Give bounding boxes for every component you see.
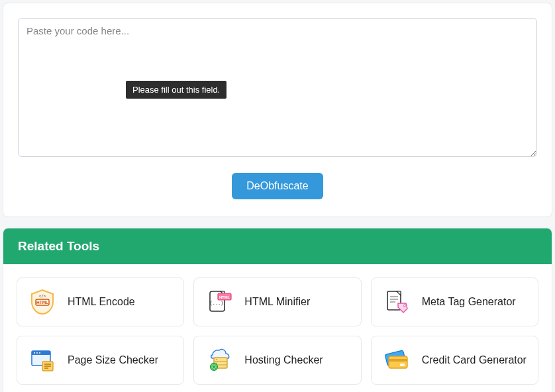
svg-point-28 [213,366,216,368]
svg-rect-31 [389,359,407,362]
svg-rect-32 [400,364,405,366]
code-input[interactable] [18,18,537,157]
svg-point-14 [34,352,35,354]
tool-grid: HTML </> HTML Encode {...} HTML HTML Min… [3,264,552,392]
deobfuscate-panel: Please fill out this field. DeObfuscate [3,3,552,217]
svg-text:</>: </> [39,293,46,298]
page-size-icon [28,346,57,375]
credit-card-icon [382,346,411,375]
tool-html-minifier[interactable]: {...} HTML HTML Minifier [193,277,361,326]
svg-point-24 [216,359,217,360]
tool-meta-tag-generator[interactable]: Meta Tag Generator [371,277,538,326]
meta-tag-icon [382,287,411,317]
svg-point-15 [36,352,38,354]
tool-page-size-checker[interactable]: Page Size Checker [17,336,184,385]
html-encode-icon: HTML </> [28,287,57,317]
svg-rect-30 [389,356,407,368]
svg-text:HTML: HTML [219,295,230,299]
svg-text:{...}: {...} [210,301,224,306]
related-tools-section: Related Tools HTML </> HTML Encode {...} [3,228,552,392]
tool-html-encode[interactable]: HTML </> HTML Encode [17,277,184,326]
tool-hosting-checker[interactable]: Hosting Checker [193,336,361,385]
tool-label: Hosting Checker [244,354,323,367]
svg-point-16 [39,352,40,354]
tool-label: Meta Tag Generator [422,295,516,309]
html-minifier-icon: {...} HTML [205,287,234,317]
tool-label: HTML Encode [68,295,135,309]
deobfuscate-button[interactable]: DeObfuscate [232,173,323,199]
related-tools-title: Related Tools [3,228,552,264]
tool-credit-card-generator[interactable]: Credit Card Generator [371,336,538,385]
submit-row: DeObfuscate [18,173,537,199]
hosting-checker-icon [205,346,234,375]
tool-label: HTML Minifier [244,295,310,309]
svg-point-11 [403,305,405,307]
svg-text:HTML: HTML [36,300,48,305]
tool-label: Credit Card Generator [422,354,527,367]
tool-label: Page Size Checker [68,354,158,367]
